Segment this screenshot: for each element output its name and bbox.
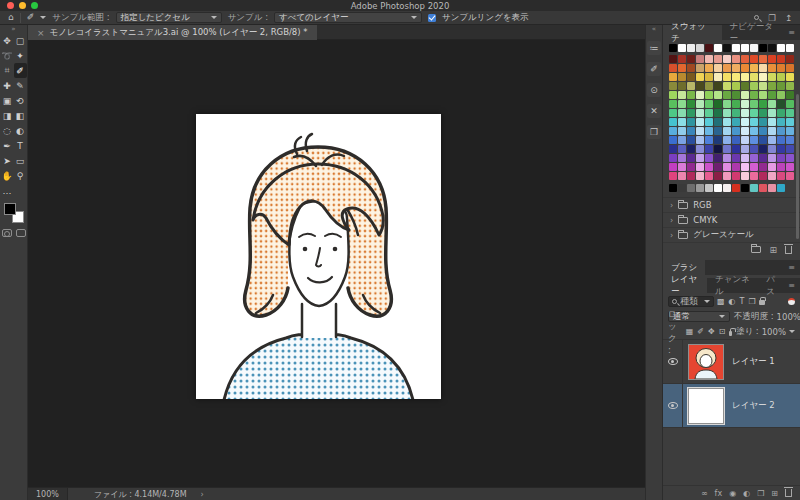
color-swatch[interactable] bbox=[759, 100, 767, 108]
zoom-level-field[interactable]: 100% bbox=[28, 488, 68, 500]
color-swatch[interactable] bbox=[750, 154, 758, 162]
color-swatch[interactable] bbox=[669, 172, 677, 180]
color-swatch[interactable] bbox=[669, 154, 677, 162]
color-swatch[interactable] bbox=[723, 82, 731, 90]
color-swatch[interactable] bbox=[759, 109, 767, 117]
color-swatch[interactable] bbox=[687, 100, 695, 108]
color-swatch[interactable] bbox=[768, 73, 776, 81]
color-swatch[interactable] bbox=[723, 64, 731, 72]
swatches-scrollbar[interactable] bbox=[796, 94, 799, 239]
swatch-group-グレースケール[interactable]: ›グレースケール bbox=[663, 227, 800, 242]
color-swatch[interactable] bbox=[714, 163, 722, 171]
color-swatch[interactable] bbox=[669, 136, 677, 144]
color-swatch[interactable] bbox=[696, 91, 704, 99]
color-swatch[interactable] bbox=[723, 145, 731, 153]
color-swatch[interactable] bbox=[669, 44, 677, 52]
color-swatch[interactable] bbox=[741, 55, 749, 63]
color-swatch[interactable] bbox=[750, 127, 758, 135]
color-swatch[interactable] bbox=[786, 100, 794, 108]
color-swatch[interactable] bbox=[678, 127, 686, 135]
color-swatch[interactable] bbox=[750, 163, 758, 171]
color-swatch[interactable] bbox=[777, 145, 785, 153]
layer-mask-icon[interactable]: ◉ bbox=[729, 489, 736, 498]
color-swatch[interactable] bbox=[723, 136, 731, 144]
new-group-icon[interactable]: ❒ bbox=[757, 489, 764, 498]
color-swatch[interactable] bbox=[777, 154, 785, 162]
color-swatch[interactable] bbox=[696, 136, 704, 144]
color-swatch[interactable] bbox=[669, 184, 677, 192]
show-sampling-ring-checkbox[interactable] bbox=[428, 14, 436, 22]
shape-layer-filter-icon[interactable]: ❒ bbox=[748, 297, 755, 306]
color-swatch[interactable] bbox=[678, 44, 686, 52]
lasso-tool-icon[interactable]: ➰ bbox=[1, 48, 14, 63]
color-swatch[interactable] bbox=[759, 55, 767, 63]
color-swatch[interactable] bbox=[741, 127, 749, 135]
color-swatch[interactable] bbox=[705, 91, 713, 99]
layer-thumbnail[interactable] bbox=[688, 344, 724, 380]
document-tab[interactable]: × モノレコイラストマニュアル3.ai @ 100% (レイヤー 2, RGB/… bbox=[28, 25, 317, 40]
home-icon[interactable]: ⌂ bbox=[8, 13, 14, 22]
chevron-down-icon[interactable] bbox=[789, 330, 795, 333]
move-tool-icon[interactable]: ✥ bbox=[1, 33, 14, 48]
color-swatch[interactable] bbox=[705, 163, 713, 171]
color-swatch[interactable] bbox=[696, 109, 704, 117]
color-swatch[interactable] bbox=[759, 64, 767, 72]
color-swatch[interactable] bbox=[669, 91, 677, 99]
brush-settings-icon[interactable]: ✐ bbox=[647, 62, 661, 76]
color-swatch[interactable] bbox=[705, 118, 713, 126]
color-swatch[interactable] bbox=[669, 100, 677, 108]
color-swatch[interactable] bbox=[732, 127, 740, 135]
color-swatch[interactable] bbox=[741, 44, 749, 52]
pixel-layer-filter-icon[interactable]: ▩ bbox=[717, 297, 725, 306]
edit-toolbar-button-icon[interactable]: … bbox=[1, 183, 14, 198]
color-swatch[interactable] bbox=[696, 184, 704, 192]
canvas[interactable] bbox=[196, 114, 441, 399]
color-swatch[interactable] bbox=[741, 82, 749, 90]
color-swatch[interactable] bbox=[678, 136, 686, 144]
color-swatch[interactable] bbox=[777, 64, 785, 72]
hand-tool-icon[interactable]: ✋ bbox=[1, 168, 14, 183]
color-swatch[interactable] bbox=[732, 73, 740, 81]
color-swatch[interactable] bbox=[678, 154, 686, 162]
share-icon[interactable]: ↥ bbox=[785, 13, 792, 23]
color-swatch[interactable] bbox=[750, 55, 758, 63]
swatch-group-CMYK[interactable]: ›CMYK bbox=[663, 212, 800, 227]
color-swatch[interactable] bbox=[678, 163, 686, 171]
collapse-toolbar-chevron[interactable]: » bbox=[0, 25, 27, 33]
pen-tool-icon[interactable]: ✒ bbox=[1, 138, 14, 153]
color-swatch[interactable] bbox=[669, 127, 677, 135]
color-swatch[interactable] bbox=[732, 109, 740, 117]
color-swatch[interactable] bbox=[741, 100, 749, 108]
path-selection-tool-icon[interactable]: ➤ bbox=[1, 153, 14, 168]
tab-スウォッチ[interactable]: スウォッチ bbox=[663, 25, 722, 40]
color-swatch[interactable] bbox=[750, 109, 758, 117]
color-swatch[interactable] bbox=[678, 109, 686, 117]
lock-paint-icon[interactable]: ✐ bbox=[697, 327, 704, 336]
color-swatch[interactable] bbox=[687, 184, 695, 192]
color-swatch[interactable] bbox=[714, 91, 722, 99]
color-swatch[interactable] bbox=[759, 145, 767, 153]
color-swatch[interactable] bbox=[723, 172, 731, 180]
status-chevron-icon[interactable]: › bbox=[201, 490, 204, 499]
color-swatch[interactable] bbox=[678, 184, 686, 192]
healing-brush-tool-icon[interactable]: ✚ bbox=[1, 78, 14, 93]
eyedropper-tool-icon[interactable]: ✐ bbox=[14, 63, 27, 78]
color-swatch[interactable] bbox=[669, 145, 677, 153]
color-swatch[interactable] bbox=[750, 44, 758, 52]
color-swatch[interactable] bbox=[786, 91, 794, 99]
color-swatch[interactable] bbox=[723, 127, 731, 135]
color-swatch[interactable] bbox=[669, 82, 677, 90]
color-swatch[interactable] bbox=[696, 163, 704, 171]
color-swatch[interactable] bbox=[768, 136, 776, 144]
color-swatch[interactable] bbox=[705, 55, 713, 63]
link-layers-icon[interactable]: ∞ bbox=[701, 489, 708, 498]
color-swatch[interactable] bbox=[732, 163, 740, 171]
color-swatch[interactable] bbox=[750, 64, 758, 72]
color-swatch[interactable] bbox=[741, 184, 749, 192]
color-swatch[interactable] bbox=[714, 73, 722, 81]
color-swatch[interactable] bbox=[678, 64, 686, 72]
color-swatch[interactable] bbox=[714, 127, 722, 135]
color-swatch[interactable] bbox=[723, 55, 731, 63]
color-swatch[interactable] bbox=[723, 154, 731, 162]
color-swatch[interactable] bbox=[705, 136, 713, 144]
